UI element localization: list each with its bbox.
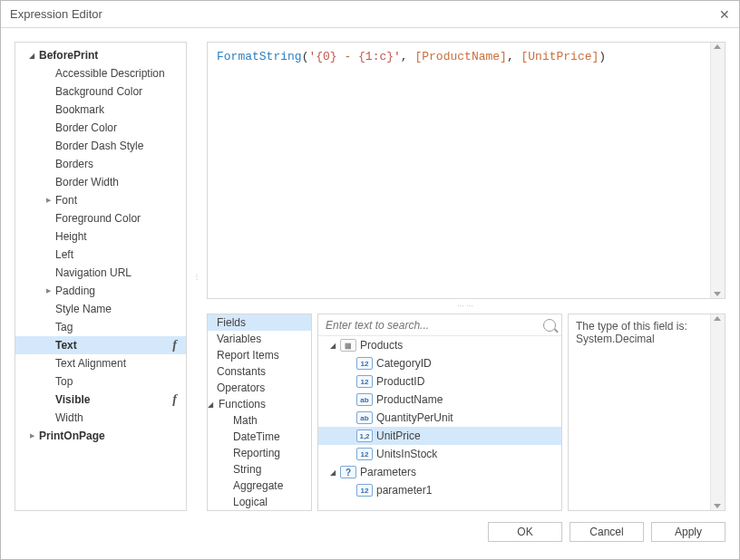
field-tree-item[interactable]: 12UnitsInStock [318, 445, 561, 463]
property-label: Visible [55, 393, 90, 406]
titlebar: Expression Editor ✕ [1, 1, 739, 28]
category-label: Functions [219, 398, 266, 410]
property-label: Border Color [55, 121, 117, 134]
field-label: QuantityPerUnit [376, 411, 453, 424]
scroll-up-icon[interactable] [714, 316, 721, 321]
expression-editor-window: Expression Editor ✕ ◢BeforePrintAccessib… [0, 0, 740, 560]
property-tree-item[interactable]: Visiblef [15, 391, 186, 409]
property-label: Height [55, 230, 87, 243]
chevron-right-icon[interactable]: ▶ [43, 287, 54, 294]
category-item[interactable]: Variables [208, 331, 311, 347]
field-tree-item[interactable]: ◢▦Products [318, 336, 561, 354]
category-item[interactable]: Logical [208, 494, 311, 510]
close-icon[interactable]: ✕ [719, 7, 730, 22]
token-function: FormatString [217, 50, 302, 63]
category-item[interactable]: Aggregate [208, 478, 311, 494]
property-tree-item[interactable]: Accessible Description [15, 64, 186, 82]
category-label: Fields [217, 316, 246, 329]
cancel-button[interactable]: Cancel [570, 522, 644, 542]
description-panel: The type of this field is: System.Decima… [568, 314, 725, 511]
chevron-right-icon[interactable]: ▶ [26, 432, 37, 439]
property-tree-item[interactable]: Height [15, 227, 186, 246]
category-item[interactable]: Constants [208, 363, 311, 380]
field-tree-item[interactable]: abProductName [318, 391, 561, 409]
property-tree-item[interactable]: ◢BeforePrint [15, 46, 186, 64]
property-tree-item[interactable]: Foreground Color [15, 209, 186, 227]
field-tree-item[interactable]: ◢?Parameters [318, 463, 561, 481]
scroll-down-icon[interactable] [714, 504, 721, 508]
category-item[interactable]: Reporting [208, 445, 311, 461]
property-tree-item[interactable]: Top [15, 372, 186, 391]
category-item[interactable]: Math [208, 412, 311, 429]
scrollbar[interactable] [710, 43, 725, 298]
property-label: Padding [55, 285, 95, 297]
property-tree-item[interactable]: ▶Font [15, 191, 186, 209]
field-tree-item[interactable]: 12ProductID [318, 372, 561, 391]
property-tree-item[interactable]: Borders [15, 155, 186, 173]
category-label: Logical [233, 496, 268, 508]
vertical-splitter[interactable]: ⋮ [194, 42, 200, 511]
property-tree-item[interactable]: Background Color [15, 82, 186, 101]
expression-textarea[interactable]: FormatString('{0} - {1:c}', [ProductName… [207, 42, 725, 299]
category-list[interactable]: FieldsVariablesReport ItemsConstantsOper… [207, 314, 312, 511]
category-label: Math [233, 414, 258, 427]
category-item[interactable]: Operators [208, 380, 311, 396]
property-tree-item[interactable]: Bookmark [15, 101, 186, 119]
field-label: ProductID [376, 375, 424, 388]
category-item[interactable]: String [208, 461, 311, 478]
ok-button[interactable]: OK [488, 522, 562, 542]
datatype-icon: 1,2 [356, 430, 373, 442]
chevron-down-icon[interactable]: ◢ [26, 52, 37, 60]
chevron-down-icon[interactable]: ◢ [327, 342, 338, 350]
category-label: Operators [217, 381, 265, 394]
property-tree-item[interactable]: Width [15, 409, 186, 427]
search-box[interactable] [318, 314, 561, 336]
fx-icon: f [172, 338, 182, 352]
property-tree-item[interactable]: Left [15, 246, 186, 264]
property-label: BeforePrint [39, 49, 98, 62]
category-item[interactable]: Report Items [208, 347, 311, 363]
datatype-icon: 12 [356, 484, 373, 497]
chevron-down-icon[interactable]: ◢ [327, 468, 338, 477]
chevron-right-icon[interactable]: ▶ [43, 197, 54, 204]
property-tree-item[interactable]: Navigation URL [15, 264, 186, 282]
field-tree-item[interactable]: 1,2UnitPrice [318, 427, 561, 445]
apply-button[interactable]: Apply [651, 522, 725, 542]
fields-panel: ◢▦Products12CategoryID12ProductIDabProdu… [317, 314, 562, 511]
property-label: Borders [55, 158, 93, 170]
property-label: Text [55, 339, 77, 352]
token-field: [UnitPrice] [521, 50, 599, 63]
search-icon[interactable] [543, 319, 556, 332]
property-tree-item[interactable]: Text Alignment [15, 354, 186, 372]
field-tree-item[interactable]: 12CategoryID [318, 354, 561, 372]
fields-tree[interactable]: ◢▦Products12CategoryID12ProductIDabProdu… [318, 336, 561, 510]
field-label: UnitPrice [376, 430, 421, 442]
chevron-down-icon[interactable]: ◢ [208, 401, 217, 409]
property-tree-item[interactable]: Border Dash Style [15, 137, 186, 155]
token-field: [ProductName] [414, 50, 506, 63]
field-tree-item[interactable]: abQuantityPerUnit [318, 409, 561, 427]
scroll-up-icon[interactable] [714, 44, 721, 49]
field-label: ProductName [376, 393, 443, 406]
field-tree-item[interactable]: 12parameter1 [318, 481, 561, 499]
field-label: Products [360, 339, 403, 352]
category-item[interactable]: DateTime [208, 429, 311, 445]
property-tree-item[interactable]: ▶PrintOnPage [15, 427, 186, 445]
scrollbar[interactable] [710, 314, 725, 510]
search-input[interactable] [324, 318, 543, 333]
category-item[interactable]: ◢Functions [208, 396, 311, 412]
category-label: Variables [217, 333, 261, 345]
fx-icon: f [172, 392, 182, 407]
property-tree-item[interactable]: Style Name [15, 300, 186, 318]
property-tree-item[interactable]: Tag [15, 318, 186, 336]
category-item[interactable]: Fields [208, 314, 311, 331]
property-label: Style Name [55, 303, 112, 315]
property-tree-item[interactable]: Border Width [15, 173, 186, 191]
property-tree-item[interactable]: Textf [15, 336, 186, 354]
property-tree-item[interactable]: ▶Padding [15, 282, 186, 300]
property-tree[interactable]: ◢BeforePrintAccessible DescriptionBackgr… [15, 42, 187, 511]
property-tree-item[interactable]: Border Color [15, 119, 186, 137]
property-label: Border Width [55, 176, 119, 188]
scroll-down-icon[interactable] [714, 292, 721, 296]
horizontal-splitter[interactable]: ⋯⋯ [207, 304, 725, 308]
